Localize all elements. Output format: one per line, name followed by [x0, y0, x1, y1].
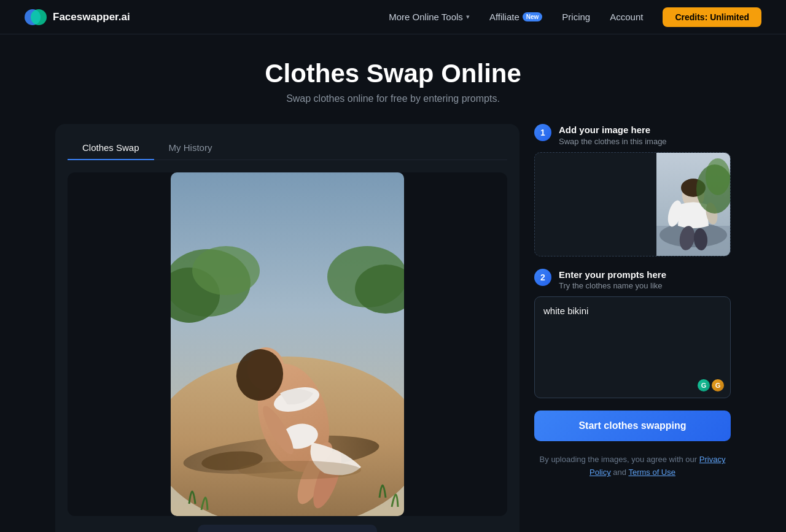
left-panel: Clothes Swap My History — [55, 124, 519, 532]
step-1-title: Add your image here — [559, 124, 667, 136]
tab-clothes-swap[interactable]: Clothes Swap — [68, 136, 154, 160]
page-subtitle: Swap clothes online for free by entering… — [25, 93, 761, 104]
grammarly-icon: G G — [698, 379, 724, 391]
preview-image — [171, 172, 404, 516]
svg-point-19 — [238, 461, 361, 479]
toolbar-image-button[interactable] — [208, 530, 239, 532]
toolbar-edit-button[interactable] — [271, 530, 303, 532]
textarea-icons: G G — [698, 379, 724, 391]
grammarly-g1: G — [698, 379, 710, 391]
image-preview-area — [68, 172, 507, 516]
nav-affiliate[interactable]: Affiliate New — [489, 12, 542, 22]
image-upload-area[interactable] — [534, 152, 731, 256]
logo-text: Faceswapper.ai — [53, 11, 130, 23]
step-1-subtitle: Swap the clothes in this image — [559, 136, 667, 147]
content-area: Clothes Swap My History — [55, 124, 731, 532]
nav-account[interactable]: Account — [610, 12, 643, 22]
main-content: Clothes Swap Online Swap clothes online … — [0, 34, 786, 532]
footer-note: By uploading the images, you agree with … — [534, 453, 731, 479]
navbar: Faceswapper.ai More Online Tools ▾ Affil… — [0, 0, 786, 34]
toolbar-download-button[interactable] — [335, 530, 367, 532]
svg-point-6 — [192, 246, 260, 295]
step-1-header: 1 Add your image here Swap the clothes i… — [534, 124, 731, 147]
logo[interactable]: Faceswapper.ai — [25, 6, 130, 28]
start-swapping-button[interactable]: Start clothes swapping — [534, 411, 731, 441]
logo-icon — [25, 6, 47, 28]
toolbar-delete-button[interactable] — [239, 530, 271, 532]
step-2-subtitle: Try the clothes name you like — [559, 280, 666, 291]
terms-of-use-link[interactable]: Terms of Use — [628, 468, 675, 477]
uploaded-image-preview — [535, 153, 730, 256]
step-2-text: Enter your prompts here Try the clothes … — [559, 269, 666, 292]
prompt-input-wrapper: G G — [534, 296, 731, 398]
step-2-header: 2 Enter your prompts here Try the clothe… — [534, 269, 731, 292]
credits-button[interactable]: Credits: Unlimited — [663, 7, 761, 27]
nav-links: More Online Tools ▾ Affiliate New Pricin… — [389, 7, 761, 27]
grammarly-g2: G — [712, 379, 724, 391]
step-1-section: 1 Add your image here Swap the clothes i… — [534, 124, 731, 256]
nav-pricing[interactable]: Pricing — [562, 12, 590, 22]
step-2-title: Enter your prompts here — [559, 269, 666, 281]
uploaded-preview-image — [656, 152, 730, 256]
new-badge: New — [523, 12, 543, 21]
nav-more-tools[interactable]: More Online Tools ▾ — [389, 12, 470, 22]
step-2-number: 2 — [534, 269, 551, 286]
step-2-section: 2 Enter your prompts here Try the clothe… — [534, 269, 731, 399]
step-1-text: Add your image here Swap the clothes in … — [559, 124, 667, 147]
right-panel: 1 Add your image here Swap the clothes i… — [534, 124, 731, 479]
svg-point-37 — [706, 158, 730, 195]
image-toolbar — [198, 525, 377, 532]
step-1-number: 1 — [534, 124, 551, 141]
toolbar-zoom-button[interactable] — [303, 530, 335, 532]
tab-history[interactable]: My History — [154, 136, 227, 160]
svg-point-1 — [31, 9, 47, 25]
page-header: Clothes Swap Online Swap clothes online … — [25, 59, 761, 104]
tabs: Clothes Swap My History — [68, 136, 507, 160]
chevron-down-icon: ▾ — [466, 13, 470, 21]
page-title: Clothes Swap Online — [25, 59, 761, 88]
